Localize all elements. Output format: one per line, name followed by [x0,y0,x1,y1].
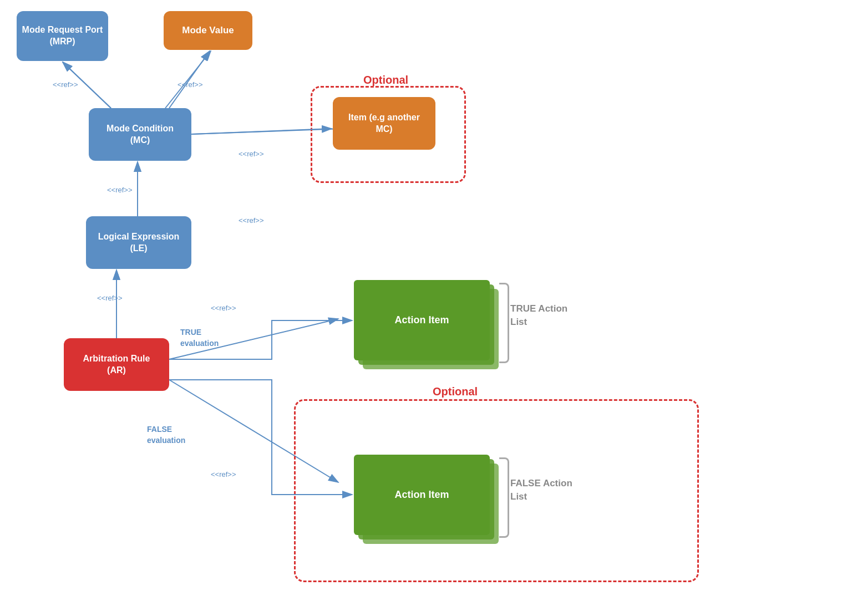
ref-label-modevalue: <<ref>> [177,80,203,89]
logical-expression-box: Logical Expression(LE) [86,216,191,269]
ref-label-le-right: <<ref>> [239,216,264,225]
mode-condition-box: Mode Condition(MC) [89,108,191,161]
true-action-list-label: TRUE ActionList [510,302,567,329]
ref-label-mc-le: <<ref>> [107,186,133,194]
svg-line-3 [165,51,211,108]
mrp-box: Mode Request Port (MRP) [17,11,108,61]
arbitration-rule-box: Arbitration Rule(AR) [64,338,169,391]
optional-label-bottom: Optional [433,385,478,398]
true-action-item-box: Action Item [354,280,490,360]
optional-item-box: Item (e.g anotherMC) [333,97,435,150]
optional-label-top: Optional [363,74,408,86]
false-eval-label: FALSEevaluation [147,424,185,446]
false-action-item-box: Action Item [354,455,490,535]
ref-label-false: <<ref>> [211,470,236,478]
true-brace [499,283,509,363]
true-eval-label: TRUEevaluation [180,327,219,349]
diagram-container: Mode Request Port (MRP) Mode Value <<ref… [0,0,847,616]
false-action-list-label: FALSE ActionList [510,477,572,503]
ref-label-mc-optional: <<ref>> [239,150,264,158]
ref-label-mrp: <<ref>> [53,80,78,89]
mode-value-box: Mode Value [164,11,252,50]
ref-label-true: <<ref>> [211,304,236,312]
false-brace [499,457,509,538]
ref-label-le-ar: <<ref>> [97,294,123,302]
